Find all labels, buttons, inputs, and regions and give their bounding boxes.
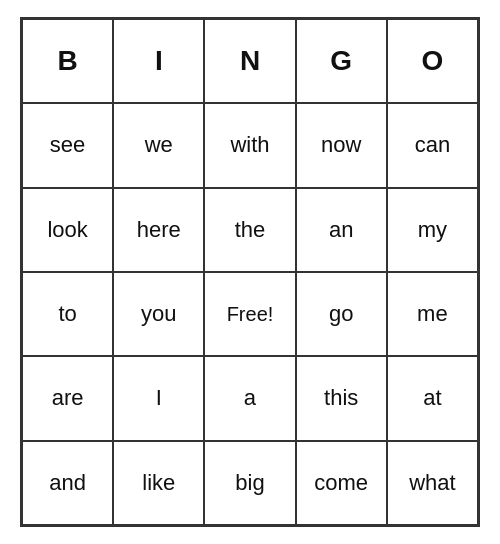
cell-r1-c2[interactable]: we [113, 103, 204, 187]
cell-r2-c5[interactable]: my [387, 188, 478, 272]
cell-r4-c3[interactable]: a [204, 356, 295, 440]
cell-r4-c5[interactable]: at [387, 356, 478, 440]
cell-r1-c4[interactable]: now [296, 103, 387, 187]
cell-r3-c5[interactable]: me [387, 272, 478, 356]
cell-r3-c4[interactable]: go [296, 272, 387, 356]
header-g: G [296, 19, 387, 103]
cell-r2-c4[interactable]: an [296, 188, 387, 272]
cell-r5-c2[interactable]: like [113, 441, 204, 525]
header-i: I [113, 19, 204, 103]
cell-r3-c2[interactable]: you [113, 272, 204, 356]
bingo-card: B I N G O see we with now can look here … [20, 17, 480, 527]
header-o: O [387, 19, 478, 103]
cell-r5-c1[interactable]: and [22, 441, 113, 525]
cell-r1-c5[interactable]: can [387, 103, 478, 187]
cell-r2-c3[interactable]: the [204, 188, 295, 272]
cell-r3-c3-free[interactable]: Free! [204, 272, 295, 356]
cell-r1-c3[interactable]: with [204, 103, 295, 187]
header-b: B [22, 19, 113, 103]
cell-r3-c1[interactable]: to [22, 272, 113, 356]
cell-r4-c4[interactable]: this [296, 356, 387, 440]
cell-r4-c1[interactable]: are [22, 356, 113, 440]
cell-r2-c1[interactable]: look [22, 188, 113, 272]
header-n: N [204, 19, 295, 103]
cell-r5-c5[interactable]: what [387, 441, 478, 525]
cell-r1-c1[interactable]: see [22, 103, 113, 187]
cell-r2-c2[interactable]: here [113, 188, 204, 272]
cell-r5-c3[interactable]: big [204, 441, 295, 525]
cell-r4-c2[interactable]: I [113, 356, 204, 440]
cell-r5-c4[interactable]: come [296, 441, 387, 525]
